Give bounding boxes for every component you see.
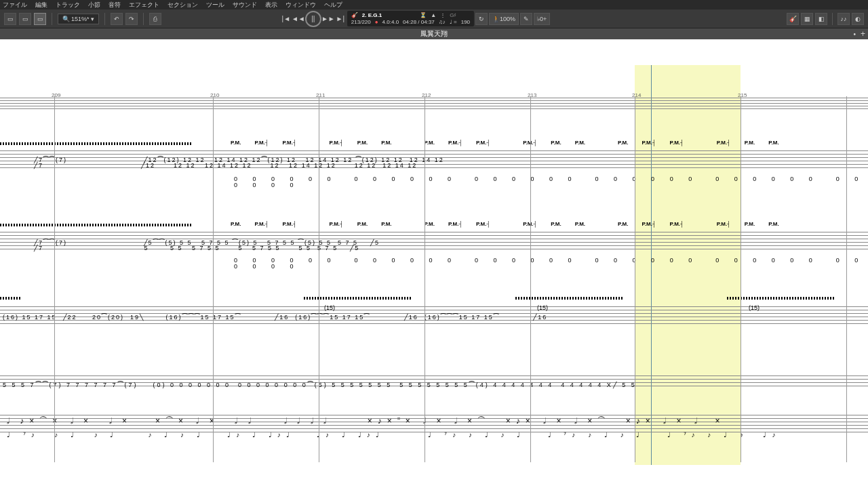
print-button[interactable]: ⎙: [149, 13, 161, 25]
tremolo-mark: [0, 224, 193, 226]
tab-notes: (15): [324, 305, 335, 311]
time-signature: 4.0:4.0: [382, 19, 399, 26]
fretboard-button[interactable]: ▦: [801, 13, 813, 25]
chevron-down-icon: ▾: [91, 16, 94, 22]
speed-button[interactable]: 🚶 100%: [489, 13, 519, 25]
menu-window[interactable]: ウィンドウ: [285, 1, 316, 9]
tab-notes: 5 5 5 7⁀⁀(7) 7 7 7 7 7 7⁀(7) (0) 0 0 0 0…: [3, 382, 637, 388]
tremolo-mark: [515, 297, 624, 300]
bar-counter: 213/220: [351, 19, 371, 26]
toolbar: ▭ ▭ ▭ 🔍 151%* ▾ ↶ ↷ ⎙ |◄ ◄◄ || ►► ►| 🎸 2…: [0, 9, 868, 28]
zoom-value: 151%*: [71, 16, 90, 22]
speed-value: 100%: [500, 16, 515, 22]
document-tab-bar: 鳳翼天翔 • +: [0, 28, 868, 39]
zoom-dropdown[interactable]: 🔍 151%* ▾: [58, 14, 99, 24]
menu-sound[interactable]: サウンド: [233, 1, 257, 9]
transport-info: 🎸 2. E.G.1 ⏳ ▲ ⋮ G♯ 213/220 ●4.0:4.0 04:…: [347, 11, 474, 26]
tremolo-mark: [304, 297, 412, 300]
view-screen-button[interactable]: ▭: [19, 13, 31, 25]
mixer-button[interactable]: ◧: [815, 13, 827, 25]
forward-button[interactable]: ►►: [323, 14, 334, 24]
add-tab-icon[interactable]: +: [861, 29, 865, 39]
tremolo-mark: [727, 297, 835, 300]
zero-row: 0 0 0 0 0 0 0 0 0 0 0 0 0 0 0 0 0 0 0 0 …: [234, 258, 868, 270]
view-page-button[interactable]: ▭: [4, 13, 16, 25]
menu-file[interactable]: ファイル: [3, 1, 27, 9]
score-canvas[interactable]: 209 210 211 212 213 214 215 P.M.P.M.┤P.M…: [0, 39, 868, 488]
tab-notes-b: ╱7 5 5 5 5 7 5 5 5 5 7 5 5 5 5 5 7 5 ╱5: [34, 245, 359, 251]
tempo-value: 190: [461, 19, 470, 26]
rewind-button[interactable]: ◄◄: [293, 14, 304, 24]
tab-notes: (15): [537, 305, 548, 311]
go-end-button[interactable]: ►|: [335, 14, 346, 24]
walk-icon: 🚶: [492, 16, 500, 22]
instrument-panel-button[interactable]: 🎸: [787, 13, 799, 25]
view-horizontal-button[interactable]: ▭: [34, 13, 46, 25]
tab-notes-b: ╱7 ╱12 12 12 12 14 12 12 12 12 14 12 12 …: [34, 163, 417, 169]
right-toolbar: 🎸 ▦ ◧ ♪♪ ◐: [787, 13, 864, 25]
menu-note[interactable]: 音符: [108, 1, 121, 9]
time-counter: 04:28 / 04:37: [403, 19, 435, 26]
timer-icon: ⏳: [420, 12, 427, 19]
menu-bar-m[interactable]: 小節: [88, 1, 100, 9]
tab-notes: (15): [749, 305, 760, 311]
pm-row: P.M.P.M.┤P.M.┤ P.M.┤P.M.P.M. P.M.P.M.┤P.…: [231, 140, 779, 146]
redo-button[interactable]: ↷: [125, 13, 138, 25]
metronome-icon[interactable]: ▲: [431, 12, 436, 19]
tab-notes: (16) 15 17 15 ╱22 20⁀(20) 19╲ (16)⁀⁀⁀15 …: [3, 314, 547, 321]
tuner-button[interactable]: ♪♪: [837, 13, 850, 25]
play-pause-button[interactable]: ||: [305, 11, 321, 27]
transpose-button[interactable]: ♭ 0 +: [534, 13, 550, 25]
undo-button[interactable]: ↶: [111, 13, 123, 25]
tremolo-mark: [0, 142, 193, 145]
menu-effect[interactable]: エフェクト: [129, 1, 159, 9]
close-tab-icon[interactable]: •: [853, 30, 856, 38]
menu-section[interactable]: セクション: [167, 1, 198, 9]
properties-button[interactable]: ◐: [852, 13, 864, 25]
menu-tools[interactable]: ツール: [206, 1, 224, 9]
pm-row: P.M.P.M.┤P.M.┤ P.M.┤P.M.P.M. P.M.P.M.┤P.…: [231, 221, 779, 227]
transpose-value: 0: [540, 16, 543, 22]
menu-view[interactable]: 表示: [265, 1, 277, 9]
menu-bar: ファイル 編集 トラック 小節 音符 エフェクト セクション ツール サウンド …: [0, 0, 868, 9]
go-start-button[interactable]: |◄: [281, 14, 292, 24]
document-tab[interactable]: 鳳翼天翔: [420, 29, 448, 39]
tremolo-mark: [0, 297, 20, 300]
menu-help[interactable]: ヘルプ: [324, 1, 342, 9]
menu-edit[interactable]: 編集: [35, 1, 47, 9]
track-name[interactable]: 2. E.G.1: [362, 12, 382, 19]
search-icon: 🔍: [62, 16, 70, 22]
menu-track[interactable]: トラック: [56, 1, 80, 9]
transport-controls: |◄ ◄◄ || ►► ►| 🎸 2. E.G.1 ⏳ ▲ ⋮ G♯ 213/2…: [281, 11, 551, 27]
drum-notation: 𝅗𝅥 ♪×⁀× 𝅗𝅥 × 𝅗𝅥 × ×⁀× 𝅗𝅥 × 𝅗𝅥 𝅗𝅥 𝅗𝅥 𝅗𝅥 𝅗…: [7, 416, 726, 426]
drum-notation-2: ♩ ⁷♪ ♪ ♩ ♪ ♩ ♪ ♩ ♪ ♩ ♩♪ ♩ ♩♪♩ ♩♪ ♩ ♩♪♩ ♩…: [7, 431, 781, 439]
edit-tool-button[interactable]: ✎: [520, 13, 532, 25]
loop-button[interactable]: ↻: [475, 13, 488, 25]
zero-row: 0 0 0 0 0 0 0 0 0 0 0 0 0 0 0 0 0 0 0 0 …: [234, 176, 868, 188]
track-icon: 🎸: [351, 12, 358, 19]
more-icon[interactable]: ⋮: [440, 12, 446, 19]
tempo-label: ♩ =: [450, 19, 457, 26]
key-label: G♯: [450, 12, 456, 19]
